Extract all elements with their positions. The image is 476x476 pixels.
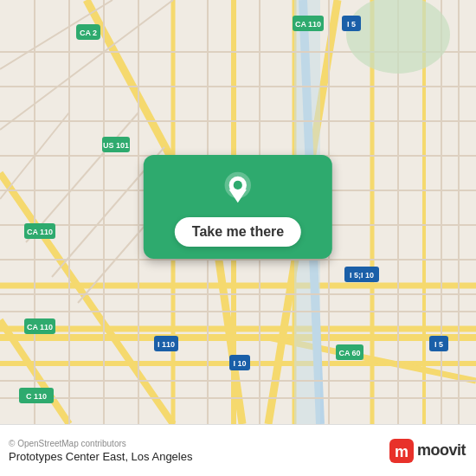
take-me-there-button[interactable]: Take me there [175,217,301,247]
destination-card: Take me there [144,155,332,259]
svg-text:I 5;I 10: I 5;I 10 [350,271,374,280]
moovit-icon: m [389,439,414,463]
svg-text:CA 110: CA 110 [295,20,321,29]
svg-text:US 101: US 101 [103,141,129,150]
bottom-left-info: © OpenStreetMap contributors Prototypes … [9,439,192,463]
svg-text:I 5: I 5 [434,340,443,349]
svg-text:CA 110: CA 110 [27,323,53,331]
take-me-there-overlay: Take me there [144,155,332,259]
location-pin-icon [219,170,257,209]
svg-text:CA 110: CA 110 [27,228,53,236]
svg-text:I 10: I 10 [233,359,246,368]
svg-text:CA 2: CA 2 [80,29,97,37]
moovit-logo: m moovit [389,439,466,463]
svg-text:C 110: C 110 [26,392,47,401]
svg-text:CA 60: CA 60 [338,349,360,357]
copyright-text: © OpenStreetMap contributors [9,439,192,448]
map-container: CA 2 US 101 CA 110 I 5 CA 110 CA 110 I 1… [0,0,476,424]
svg-text:m: m [395,443,408,460]
location-name: Prototypes Center East, Los Angeles [9,450,192,463]
svg-text:I 5: I 5 [347,20,356,29]
svg-text:I 110: I 110 [158,340,175,349]
bottom-bar: © OpenStreetMap contributors Prototypes … [0,424,476,476]
moovit-label: moovit [417,441,466,460]
svg-point-73 [234,181,242,190]
